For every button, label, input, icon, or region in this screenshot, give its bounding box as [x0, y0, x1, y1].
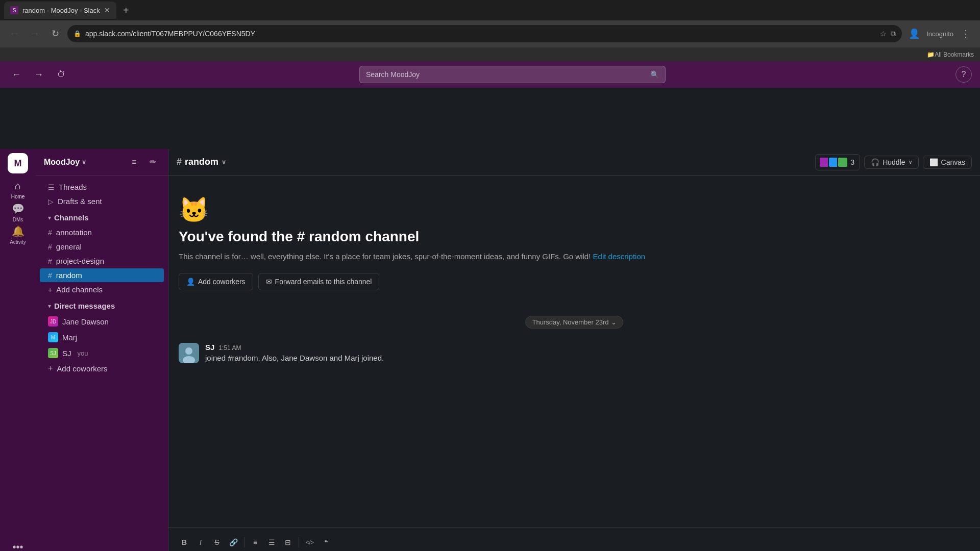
sidebar-item-drafts[interactable]: ▷ Drafts & sent [40, 194, 164, 208]
help-button[interactable]: ? [955, 66, 972, 83]
quote-button[interactable]: ❝ [318, 535, 334, 549]
message-username[interactable]: SJ [205, 343, 214, 352]
channel-intro-desc: This channel is for… well, everything el… [179, 251, 970, 263]
sidebar-item-threads[interactable]: ☰ Threads [40, 180, 164, 194]
url-text: app.slack.com/client/T067MEBPPUY/C066YES… [85, 30, 876, 38]
tab-favicon: S [10, 6, 18, 14]
channel-intro-icon: 🐱 [179, 196, 970, 224]
sidebar-nav-home[interactable]: ⌂ Home [8, 180, 28, 200]
members-button[interactable]: 3 [815, 154, 860, 170]
huddle-label: Huddle [883, 158, 905, 166]
sidebar-item-channel-annotation[interactable]: # annotation [40, 226, 164, 239]
channel-header-right: 3 🎧 Huddle ∨ ⬜ Canvas [815, 154, 972, 170]
dm-item-jane[interactable]: JD Jane Dawson [40, 314, 164, 329]
activity-label: Activity [10, 239, 26, 245]
new-tab-button[interactable]: + [118, 3, 134, 18]
activity-icon: 🔔 [12, 225, 24, 237]
code-button[interactable]: </> [302, 535, 317, 549]
dms-section: ▾ Direct messages JD Jane Dawson M Marj … [36, 298, 168, 375]
search-icon: 🔍 [650, 70, 659, 79]
date-pill[interactable]: Thursday, November 23rd ⌄ [525, 316, 623, 329]
channel-dropdown-icon: ∨ [222, 159, 226, 166]
sidebar-nav-dms[interactable]: 💬 DMs [8, 202, 28, 222]
sidebar-header-actions: ≡ ✏ [127, 155, 160, 169]
sidebar-nav-activity[interactable]: 🔔 Activity [8, 224, 28, 245]
threads-icon: ☰ [48, 183, 55, 191]
sidebar-scroll: ☰ Threads ▷ Drafts & sent ▾ Channels # a… [36, 176, 168, 551]
dm-item-marj[interactable]: M Marj [40, 330, 164, 345]
channel-content: 🐱 You've found the # random channel This… [168, 176, 980, 528]
intro-desc-text: This channel is for… well, everything el… [179, 252, 591, 261]
strikethrough-button[interactable]: S [209, 535, 225, 549]
dm-section-label: Direct messages [54, 302, 115, 310]
header-nav: ← → ⏱ [8, 66, 69, 83]
all-bookmarks-link[interactable]: All Bookmarks [935, 51, 974, 58]
bold-button[interactable]: B [177, 535, 192, 549]
filter-button[interactable]: ≡ [127, 155, 141, 169]
canvas-icon: ⬜ [929, 158, 938, 166]
channel-annotation-label: annotation [56, 228, 92, 237]
dm-name-jane: Jane Dawson [62, 317, 109, 326]
threads-label: Threads [59, 183, 87, 191]
member-avatar-3 [837, 157, 848, 168]
search-bar[interactable]: Search MoodJoy 🔍 [359, 66, 666, 83]
bookmark-icon[interactable]: ☆ [880, 30, 887, 38]
browser-nav-bar: ← → ↻ 🔒 app.slack.com/client/T067MEBPPUY… [0, 20, 980, 47]
intro-title-text: You've found the # random channel [179, 229, 419, 245]
sidebar-item-add-channels[interactable]: + Add channels [40, 283, 164, 296]
forward-emails-button[interactable]: ✉ Forward emails to this channel [258, 273, 380, 290]
unordered-list-button[interactable]: ☰ [264, 535, 279, 549]
italic-button[interactable]: I [193, 535, 208, 549]
forward-emails-text: Forward emails to this channel [275, 278, 372, 286]
browser-menu[interactable]: ⋮ [958, 26, 974, 42]
sidebar-item-add-coworkers[interactable]: + Add coworkers [40, 361, 164, 375]
forward-email-icon: ✉ [266, 278, 272, 286]
edit-description-link[interactable]: Edit description [593, 252, 646, 261]
channel-name-text: random [185, 157, 218, 167]
sidebar-item-channel-project-design[interactable]: # project-design [40, 254, 164, 268]
bookmarks-label: 📁 [927, 51, 935, 58]
drafts-label: Drafts & sent [58, 197, 102, 206]
huddle-chevron: ∨ [909, 159, 912, 165]
forward-button[interactable]: → [27, 26, 43, 42]
huddle-button[interactable]: 🎧 Huddle ∨ [864, 156, 918, 169]
channels-section-header[interactable]: ▾ Channels [40, 210, 164, 225]
address-actions: ☆ ⧉ [880, 30, 896, 38]
workspace-name[interactable]: MoodJoy ∨ [44, 158, 127, 167]
add-coworkers-icon: + [48, 364, 53, 373]
workspace-icon[interactable]: M [8, 153, 28, 173]
link-button[interactable]: 🔗 [226, 535, 241, 549]
dm-chevron-icon: ▾ [48, 303, 51, 310]
history-button[interactable]: ⏱ [53, 66, 69, 83]
add-coworkers-button[interactable]: 👤 Add coworkers [179, 273, 253, 290]
compose-button[interactable]: ✏ [145, 155, 160, 169]
close-tab-button[interactable]: ✕ [104, 6, 110, 14]
back-nav-button[interactable]: ← [8, 66, 24, 83]
toolbar-separator-2 [299, 537, 299, 547]
dms-icon: 💬 [12, 203, 24, 215]
canvas-button[interactable]: ⬜ Canvas [923, 156, 972, 169]
address-bar[interactable]: 🔒 app.slack.com/client/T067MEBPPUY/C066Y… [67, 25, 902, 42]
refresh-button[interactable]: ↻ [47, 26, 63, 42]
forward-nav-button[interactable]: → [31, 66, 47, 83]
sidebar-item-channel-general[interactable]: # general [40, 240, 164, 254]
sidebar-nav-more[interactable]: ••• More [8, 541, 28, 551]
app-header: ← → ⏱ Search MoodJoy 🔍 ? [0, 61, 980, 88]
toolbar-separator-1 [244, 537, 244, 547]
extensions-icon[interactable]: ⧉ [891, 30, 896, 38]
message-row: SJ 1:51 AM joined #random. Also, Jane Da… [179, 339, 970, 368]
ordered-list-button[interactable]: ≡ [248, 535, 263, 549]
indent-button[interactable]: ⊟ [280, 535, 296, 549]
add-coworkers-label: Add coworkers [57, 364, 107, 373]
channel-name[interactable]: # random ∨ [177, 157, 226, 167]
dm-avatar-marj: M [48, 332, 58, 342]
back-button[interactable]: ← [6, 26, 22, 42]
message-time: 1:51 AM [218, 344, 241, 352]
message-avatar-sj [179, 343, 199, 363]
dm-item-sj[interactable]: SJ SJ you [40, 345, 164, 361]
active-browser-tab[interactable]: S random - MoodJoy - Slack ✕ [4, 2, 116, 19]
sidebar-item-channel-random[interactable]: # random [40, 268, 164, 282]
message-text-content: joined #random. Also, Jane Dawson and Ma… [205, 354, 384, 362]
editor-container: B I S 🔗 ≡ ☰ ⊟ </> ❝ This is a random cha… [168, 528, 980, 551]
dm-section-header[interactable]: ▾ Direct messages [40, 298, 164, 313]
